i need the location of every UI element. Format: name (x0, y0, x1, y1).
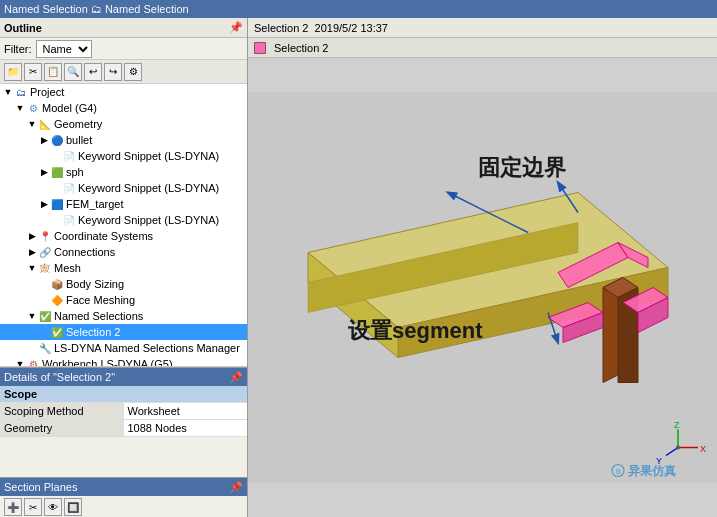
main-layout: Outline 📌 Filter: Name 📁 ✂ 📋 🔍 ↩ ↪ ⚙ ▼🗂P… (0, 18, 717, 517)
tree-toggle-7[interactable]: ▶ (38, 198, 50, 210)
details-header: Details of "Selection 2" 📌 (0, 368, 247, 386)
tree-icon-16: 🔧 (38, 341, 52, 355)
tree-icon-1: ⚙ (26, 101, 40, 115)
datetime-label: 2019/5/2 13:37 (315, 22, 388, 34)
tree-toggle-16 (26, 342, 38, 354)
svg-text:X: X (700, 444, 706, 454)
legend-color-swatch (254, 42, 266, 54)
section-planes-panel: Section Planes 📌 ➕ ✂ 👁 🔲 (0, 477, 247, 517)
tree-item-4[interactable]: 📄Keyword Snippet (LS-DYNA) (0, 148, 247, 164)
title-bar-label: Named Selection (4, 3, 88, 15)
filter-select[interactable]: Name (36, 40, 92, 58)
tree-icon-17: ⚙ (26, 357, 40, 367)
outline-header: Outline 📌 (0, 18, 247, 38)
tree-item-6[interactable]: 📄Keyword Snippet (LS-DYNA) (0, 180, 247, 196)
tree-toggle-1[interactable]: ▼ (14, 102, 26, 114)
tree-toggle-12 (38, 278, 50, 290)
scope-section-header: Scope (0, 386, 247, 403)
viewport-canvas[interactable]: 固定边界 设置segment X Z Y 异果仿真 ⚙ (248, 58, 717, 517)
tree-icon-8: 📄 (62, 213, 76, 227)
section-planes-dock-icon[interactable]: 📌 (229, 481, 243, 494)
tree-toggle-10[interactable]: ▶ (26, 246, 38, 258)
tree-label-17: Workbench LS-DYNA (G5) (42, 358, 173, 367)
tree-label-4: Keyword Snippet (LS-DYNA) (78, 150, 219, 162)
scoping-method-row: Scoping Method Worksheet (0, 403, 247, 420)
tree-toggle-5[interactable]: ▶ (38, 166, 50, 178)
tree-item-17[interactable]: ▼⚙Workbench LS-DYNA (G5) (0, 356, 247, 367)
viewport-info: Selection 2 (248, 38, 717, 58)
tree-item-8[interactable]: 📄Keyword Snippet (LS-DYNA) (0, 212, 247, 228)
tree-item-15[interactable]: ✅Selection 2 (0, 324, 247, 340)
tree-item-1[interactable]: ▼⚙Model (G4) (0, 100, 247, 116)
tree-icon-7: 🟦 (50, 197, 64, 211)
section-show-btn[interactable]: 👁 (44, 498, 62, 516)
tree-label-13: Face Meshing (66, 294, 135, 306)
svg-text:固定边界: 固定边界 (478, 155, 567, 180)
tree-item-0[interactable]: ▼🗂Project (0, 84, 247, 100)
tree-label-3: bullet (66, 134, 92, 146)
toolbar-btn-redo[interactable]: ↪ (104, 63, 122, 81)
details-title: Details of "Selection 2" (4, 371, 115, 383)
tree-label-7: FEM_target (66, 198, 123, 210)
tree-item-10[interactable]: ▶🔗Connections (0, 244, 247, 260)
section-cut-btn[interactable]: ✂ (24, 498, 42, 516)
tree-toggle-13 (38, 294, 50, 306)
toolbar-btn-undo[interactable]: ↩ (84, 63, 102, 81)
title-bar: Named Selection 🗂 Named Selection (0, 0, 717, 18)
tree-toggle-8 (50, 214, 62, 226)
toolbar-btn-search[interactable]: 🔍 (64, 63, 82, 81)
viewport-header: Selection 2 2019/5/2 13:37 (248, 18, 717, 38)
toolbar-btn-copy[interactable]: 📋 (44, 63, 62, 81)
tree-item-13[interactable]: 🔶Face Meshing (0, 292, 247, 308)
tree-icon-0: 🗂 (14, 85, 28, 99)
tree-label-14: Named Selections (54, 310, 143, 322)
tree-container: ▼🗂Project▼⚙Model (G4)▼📐Geometry▶🔵bullet📄… (0, 84, 247, 367)
tree-icon-2: 📐 (38, 117, 52, 131)
details-dock-icon[interactable]: 📌 (229, 371, 243, 384)
tree-toggle-15 (38, 326, 50, 338)
tree-icon-5: 🟩 (50, 165, 64, 179)
title-bar-icon: 🗂 (91, 3, 102, 15)
tree-icon-12: 📦 (50, 277, 64, 291)
toolbar-btn-settings[interactable]: ⚙ (124, 63, 142, 81)
scene-svg: 固定边界 设置segment X Z Y 异果仿真 ⚙ (248, 58, 717, 517)
tree-toggle-14[interactable]: ▼ (26, 310, 38, 322)
tree-item-3[interactable]: ▶🔵bullet (0, 132, 247, 148)
tree-icon-13: 🔶 (50, 293, 64, 307)
tree-toggle-9[interactable]: ▶ (26, 230, 38, 242)
tree-item-11[interactable]: ▼🕸Mesh (0, 260, 247, 276)
tree-item-5[interactable]: ▶🟩sph (0, 164, 247, 180)
tree-item-2[interactable]: ▼📐Geometry (0, 116, 247, 132)
tree-item-7[interactable]: ▶🟦FEM_target (0, 196, 247, 212)
details-table: Scope Scoping Method Worksheet Geometry … (0, 386, 247, 437)
tree-toggle-4 (50, 150, 62, 162)
tree-toggle-2[interactable]: ▼ (26, 118, 38, 130)
svg-point-25 (676, 446, 680, 450)
tree-icon-9: 📍 (38, 229, 52, 243)
tree-item-12[interactable]: 📦Body Sizing (0, 276, 247, 292)
details-panel: Details of "Selection 2" 📌 Scope Scoping… (0, 367, 247, 477)
tree-label-11: Mesh (54, 262, 81, 274)
section-add-btn[interactable]: ➕ (4, 498, 22, 516)
tree-icon-14: ✅ (38, 309, 52, 323)
tree-toggle-0[interactable]: ▼ (2, 86, 14, 98)
outline-toolbar: 📁 ✂ 📋 🔍 ↩ ↪ ⚙ (0, 60, 247, 84)
toolbar-btn-new[interactable]: 📁 (4, 63, 22, 81)
svg-text:Z: Z (674, 420, 680, 430)
tree-item-9[interactable]: ▶📍Coordinate Systems (0, 228, 247, 244)
tree-item-14[interactable]: ▼✅Named Selections (0, 308, 247, 324)
tree-toggle-3[interactable]: ▶ (38, 134, 50, 146)
dock-pin-icon[interactable]: 📌 (229, 21, 243, 34)
section-box-btn[interactable]: 🔲 (64, 498, 82, 516)
svg-text:设置segment: 设置segment (348, 318, 483, 343)
tree-toggle-17[interactable]: ▼ (14, 358, 26, 367)
right-panel: Selection 2 2019/5/2 13:37 Selection 2 (248, 18, 717, 517)
toolbar-btn-cut[interactable]: ✂ (24, 63, 42, 81)
tree-label-1: Model (G4) (42, 102, 97, 114)
tree-icon-4: 📄 (62, 149, 76, 163)
section-planes-title: Section Planes (4, 481, 77, 493)
tree-label-15: Selection 2 (66, 326, 120, 338)
tree-item-16[interactable]: 🔧LS-DYNA Named Selections Manager (0, 340, 247, 356)
tree-toggle-11[interactable]: ▼ (26, 262, 38, 274)
section-planes-header: Section Planes 📌 (0, 478, 247, 496)
